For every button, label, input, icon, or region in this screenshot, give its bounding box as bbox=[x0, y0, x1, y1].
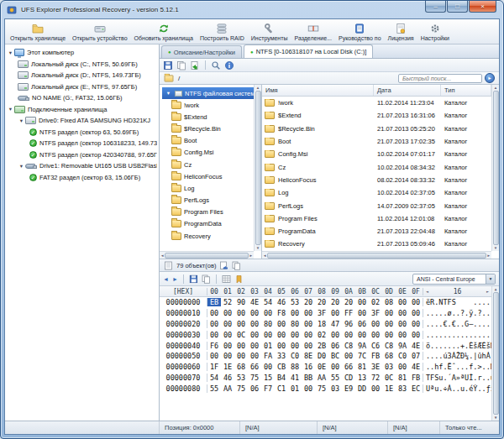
hex-byte[interactable]: C8 bbox=[382, 342, 396, 350]
hex-byte[interactable]: 80 bbox=[261, 320, 275, 328]
sidebar-item-partition[interactable]: ✓ NTFS раздел (сектор 63, 50.69ГБ) bbox=[7, 127, 157, 138]
hex-byte[interactable]: 03 bbox=[328, 384, 342, 393]
hex-byte[interactable]: 00 bbox=[207, 331, 221, 339]
scroll-left-icon[interactable]: ◄ bbox=[160, 253, 164, 258]
scrollbar-thumb[interactable] bbox=[267, 253, 486, 259]
hex-byte[interactable]: 00 bbox=[302, 342, 315, 350]
expander-icon[interactable]: ▾ bbox=[165, 90, 172, 97]
hex-byte[interactable]: C8 bbox=[342, 342, 355, 350]
hex-byte[interactable]: 00 bbox=[342, 331, 355, 339]
hex-byte[interactable]: 96 bbox=[342, 320, 355, 328]
hex-byte[interactable]: 03 bbox=[382, 363, 396, 371]
minimize-button[interactable]: – bbox=[425, 1, 446, 13]
hex-byte[interactable]: 47 bbox=[328, 320, 342, 328]
hex-byte[interactable]: 00 bbox=[275, 342, 288, 350]
table-row[interactable]: Config.Msi10.02.2014 07:01:17Каталог bbox=[262, 148, 491, 160]
hex-byte[interactable]: 54 bbox=[261, 298, 275, 306]
hex-byte[interactable]: 00 bbox=[234, 352, 248, 360]
tree-folder[interactable]: Config.Msi bbox=[162, 147, 254, 159]
hex-byte[interactable]: 00 bbox=[288, 331, 302, 339]
hex-byte[interactable]: 00 bbox=[328, 331, 342, 339]
hex-byte[interactable]: 00 bbox=[396, 363, 409, 371]
parent-folder-icon[interactable] bbox=[165, 75, 174, 81]
sidebar-item-disk-d[interactable]: Локальный диск (D:, NTFS, 149.73ГБ) bbox=[7, 70, 157, 81]
hex-byte[interactable]: 66 bbox=[248, 363, 261, 371]
refresh-storages-button[interactable]: Обновить хранилища bbox=[131, 20, 197, 43]
hex-byte[interactable]: E9 bbox=[342, 384, 355, 393]
sidebar-item-drive0[interactable]: ▾ Drive0: Fixed ATA SAMSUNG HD321KJ bbox=[7, 115, 157, 127]
tools-button[interactable]: Инструменты bbox=[248, 20, 291, 43]
open-device-button[interactable]: Открыть устройство bbox=[69, 20, 131, 43]
hex-byte[interactable]: 00 bbox=[248, 320, 261, 328]
hex-byte[interactable]: D0 bbox=[315, 352, 328, 360]
ascii-left-arrow-icon[interactable]: ◄ bbox=[426, 289, 428, 294]
hex-byte[interactable]: 55 bbox=[328, 374, 342, 382]
hex-byte[interactable]: FB bbox=[409, 374, 423, 382]
column-header-type[interactable]: Тип bbox=[441, 85, 491, 96]
settings-button[interactable]: Настройки bbox=[417, 20, 453, 43]
column-header-name[interactable]: Имя bbox=[262, 85, 374, 96]
hex-byte[interactable]: 7C bbox=[355, 352, 369, 360]
vertical-scrollbar[interactable]: ▲ ▼ bbox=[491, 85, 499, 251]
hex-byte[interactable]: 3E bbox=[369, 363, 382, 371]
hex-byte[interactable]: BB bbox=[302, 374, 315, 382]
hex-byte[interactable]: 00 bbox=[355, 309, 369, 317]
tree-folder[interactable]: ProgramData bbox=[162, 218, 254, 230]
hex-byte[interactable]: 00 bbox=[221, 331, 234, 339]
hex-grid-icon[interactable] bbox=[222, 274, 231, 284]
scrollbar-thumb[interactable] bbox=[165, 253, 248, 259]
sidebar-item-this-computer[interactable]: ▾ Этот компьютер bbox=[7, 47, 157, 59]
dropdown-arrow-icon[interactable]: ▼ bbox=[486, 274, 495, 284]
hex-byte[interactable]: 00 bbox=[234, 320, 248, 328]
recover-icon[interactable] bbox=[190, 60, 200, 71]
tree-folder[interactable]: !work bbox=[162, 99, 254, 111]
table-row[interactable]: HeliconFocus08.02.2014 08:33:32Каталог bbox=[262, 174, 491, 186]
table-row[interactable]: Recovery21.07.2013 05:09:46Каталог bbox=[262, 238, 491, 250]
hex-byte[interactable]: 88 bbox=[288, 363, 302, 371]
hex-byte[interactable]: 00 bbox=[221, 320, 234, 328]
table-row[interactable]: $Recycle.Bin21.07.2013 05:25:20Каталог bbox=[262, 123, 491, 135]
hex-byte[interactable]: 53 bbox=[234, 374, 248, 382]
hex-back-icon[interactable]: ◄ bbox=[163, 276, 169, 282]
hex-byte[interactable]: 13 bbox=[355, 374, 369, 382]
hex-byte[interactable]: 00 bbox=[355, 331, 369, 339]
title-bar[interactable]: UFS Explorer Professional Recovery - ver… bbox=[1, 1, 503, 18]
hex-byte[interactable]: 00 bbox=[382, 320, 396, 328]
hex-corner-label[interactable]: [HEX] bbox=[160, 288, 207, 295]
hex-byte[interactable]: 00 bbox=[207, 352, 221, 360]
hex-byte[interactable]: 3F bbox=[369, 309, 382, 317]
hex-byte[interactable]: 52 bbox=[221, 298, 234, 306]
hex-byte[interactable]: 46 bbox=[221, 374, 234, 382]
hex-byte[interactable]: 9A bbox=[355, 342, 369, 350]
export-list-icon[interactable] bbox=[219, 261, 228, 270]
hex-byte[interactable]: 00 bbox=[288, 309, 302, 317]
hex-byte[interactable]: 08 bbox=[382, 298, 396, 306]
hex-byte[interactable]: 00 bbox=[302, 384, 315, 393]
hex-byte[interactable]: B4 bbox=[275, 374, 288, 382]
hex-byte[interactable]: 4E bbox=[409, 342, 423, 350]
hex-byte[interactable]: AA bbox=[221, 384, 234, 393]
hex-byte[interactable]: 0C bbox=[234, 331, 248, 339]
expander-icon[interactable]: ▾ bbox=[18, 118, 25, 124]
column-header-date[interactable]: Дата bbox=[374, 85, 441, 96]
hex-byte[interactable]: C0 bbox=[288, 352, 302, 360]
hex-byte[interactable]: 02 bbox=[315, 331, 328, 339]
horizontal-scrollbar[interactable]: ◄ ► bbox=[262, 251, 491, 259]
hex-byte[interactable]: 75 bbox=[315, 384, 328, 393]
scroll-right-icon[interactable]: ► bbox=[249, 253, 253, 258]
hex-byte[interactable]: 1F bbox=[207, 363, 221, 371]
table-row[interactable]: Log10.02.2014 02:37:05Каталог bbox=[262, 186, 491, 199]
tree-folder[interactable]: $Recycle.Bin bbox=[162, 123, 254, 134]
hex-byte[interactable]: 00 bbox=[302, 331, 315, 339]
hex-byte[interactable]: CB bbox=[275, 363, 288, 371]
hex-byte[interactable]: 4E bbox=[248, 298, 261, 306]
tree-folder[interactable]: PerfLogs bbox=[162, 195, 254, 206]
hex-byte[interactable]: 9A bbox=[396, 342, 409, 350]
hex-byte[interactable]: 00 bbox=[369, 331, 382, 339]
hex-byte[interactable]: 00 bbox=[261, 331, 275, 339]
hex-byte[interactable]: 53 bbox=[288, 298, 302, 306]
hex-byte[interactable]: 06 bbox=[355, 320, 369, 328]
hex-byte[interactable]: 00 bbox=[248, 342, 261, 350]
hex-byte[interactable]: 00 bbox=[221, 342, 234, 350]
hex-byte[interactable]: 75 bbox=[248, 374, 261, 382]
